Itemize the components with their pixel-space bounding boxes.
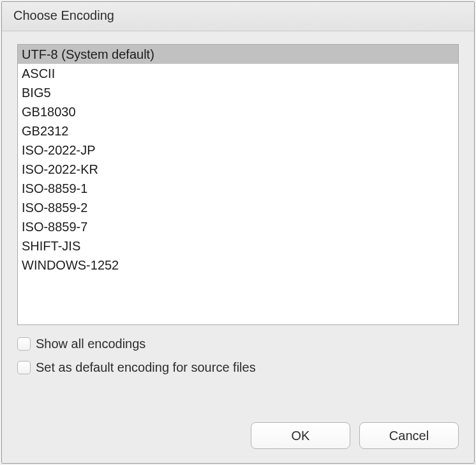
list-item[interactable]: ISO-2022-KR [18, 160, 458, 179]
set-default-encoding-row: Set as default encoding for source files [17, 360, 459, 375]
list-item[interactable]: GB18030 [18, 102, 458, 121]
set-default-encoding-label: Set as default encoding for source files [36, 360, 256, 375]
list-item[interactable]: ASCII [18, 64, 458, 83]
dialog-footer: OK Cancel [2, 413, 474, 463]
list-item[interactable]: GB2312 [18, 121, 458, 141]
list-item[interactable]: ISO-8859-1 [18, 179, 458, 198]
set-default-encoding-checkbox[interactable] [17, 361, 31, 374]
dialog-body: UTF-8 (System default)ASCIIBIG5GB18030GB… [2, 31, 474, 413]
list-item[interactable]: ISO-2022-JP [18, 141, 458, 160]
choose-encoding-dialog: Choose Encoding UTF-8 (System default)AS… [1, 1, 475, 464]
cancel-button[interactable]: Cancel [359, 422, 459, 449]
list-item[interactable]: WINDOWS-1252 [18, 255, 458, 275]
dialog-title: Choose Encoding [13, 8, 463, 23]
list-item[interactable]: ISO-8859-7 [18, 217, 458, 236]
list-item[interactable]: SHIFT-JIS [18, 236, 458, 255]
dialog-header: Choose Encoding [2, 2, 474, 31]
show-all-encodings-checkbox[interactable] [17, 337, 31, 351]
list-item[interactable]: ISO-8859-2 [18, 198, 458, 217]
encoding-listbox[interactable]: UTF-8 (System default)ASCIIBIG5GB18030GB… [17, 44, 459, 325]
list-item[interactable]: BIG5 [18, 83, 458, 102]
show-all-encodings-label: Show all encodings [36, 337, 145, 351]
show-all-encodings-row: Show all encodings [17, 337, 459, 351]
ok-button[interactable]: OK [251, 422, 350, 449]
list-item[interactable]: UTF-8 (System default) [18, 45, 458, 64]
